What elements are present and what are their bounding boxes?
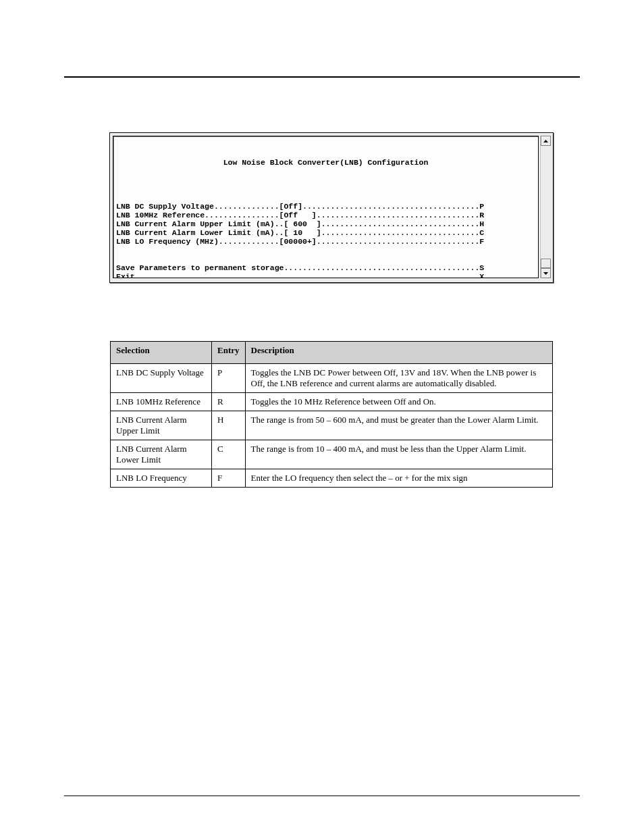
cell-entry: C <box>212 440 246 469</box>
table-row: LNB LO Frequency F Enter the LO frequenc… <box>111 469 553 488</box>
chevron-up-icon <box>543 140 548 142</box>
vertical-scrollbar[interactable] <box>540 136 551 278</box>
cell-description: Toggles the 10 MHz Reference between Off… <box>245 393 553 411</box>
header-selection: Selection <box>111 342 212 364</box>
cell-entry: H <box>212 411 246 440</box>
scroll-up-button[interactable] <box>541 136 551 146</box>
cell-entry: P <box>212 364 246 393</box>
table-row: LNB Current Alarm Lower Limit C The rang… <box>111 440 553 469</box>
table-row: LNB Current Alarm Upper Limit H The rang… <box>111 411 553 440</box>
table-row: LNB 10MHz Reference R Toggles the 10 MHz… <box>111 393 553 411</box>
chevron-down-icon <box>543 272 548 275</box>
cell-entry: R <box>212 393 246 411</box>
cell-selection: LNB DC Supply Voltage <box>111 364 212 393</box>
horizontal-rule-top <box>64 76 580 78</box>
cell-description: Toggles the LNB DC Power between Off, 13… <box>245 364 553 393</box>
svg-marker-1 <box>543 272 548 275</box>
cell-description: The range is from 10 – 400 mA, and must … <box>245 440 553 469</box>
document-page: Low Noise Block Converter(LNB) Configura… <box>0 0 644 834</box>
cell-selection: LNB LO Frequency <box>111 469 212 488</box>
cell-selection: LNB Current Alarm Lower Limit <box>111 440 212 469</box>
terminal-content: Low Noise Block Converter(LNB) Configura… <box>113 136 539 278</box>
cell-description: The range is from 50 – 600 mA, and must … <box>245 411 553 440</box>
terminal-window: Low Noise Block Converter(LNB) Configura… <box>109 132 554 283</box>
header-entry: Entry <box>212 342 246 364</box>
cell-selection: LNB 10MHz Reference <box>111 393 212 411</box>
scrollbar-track[interactable] <box>541 146 551 268</box>
horizontal-rule-bottom <box>64 796 580 796</box>
svg-marker-0 <box>543 140 548 142</box>
cell-selection: LNB Current Alarm Upper Limit <box>111 411 212 440</box>
parameters-table: Selection Entry Description LNB DC Suppl… <box>110 341 553 488</box>
scroll-down-button[interactable] <box>541 268 551 278</box>
table-header: Selection Entry Description <box>111 342 553 364</box>
terminal-lines: LNB DC Supply Voltage..............[Off]… <box>116 202 535 278</box>
table-row: LNB DC Supply Voltage P Toggles the LNB … <box>111 364 553 393</box>
header-description: Description <box>245 342 553 364</box>
scrollbar-thumb[interactable] <box>541 259 551 268</box>
terminal-title: Low Noise Block Converter(LNB) Configura… <box>116 158 535 167</box>
cell-entry: F <box>212 469 246 488</box>
cell-description: Enter the LO frequency then select the –… <box>245 469 553 488</box>
